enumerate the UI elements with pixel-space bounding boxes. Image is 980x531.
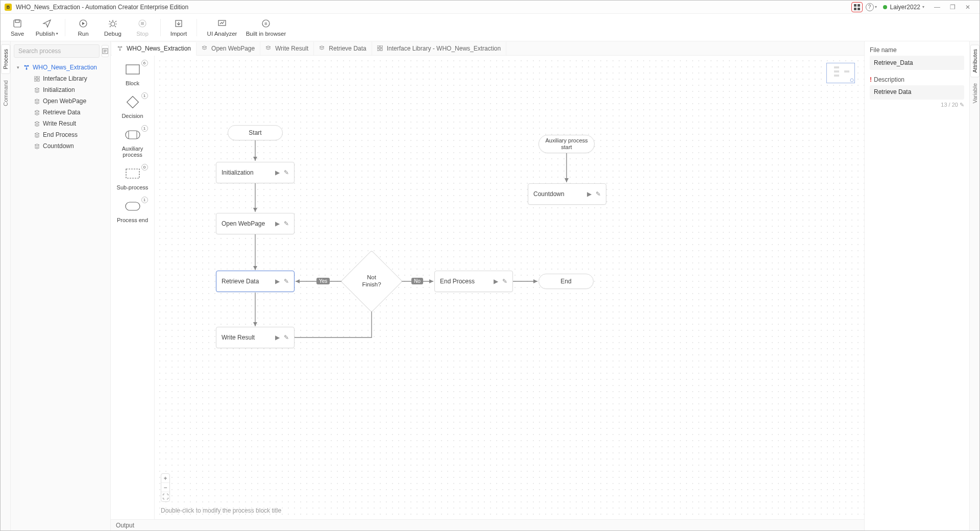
tree-root[interactable]: ▾ WHO_News_Extraction: [11, 62, 110, 73]
browser-icon: B: [261, 19, 271, 28]
side-tab-variable[interactable]: Variable: [971, 79, 979, 108]
zoom-out-button[interactable]: −: [161, 483, 169, 492]
play-icon[interactable]: ▶: [275, 334, 280, 341]
tree-item-initialization[interactable]: Initialization: [11, 84, 110, 95]
tree-item-open-webpage[interactable]: Open WebPage: [11, 95, 110, 107]
palette-sub-process[interactable]: 0 Sub-process: [113, 167, 152, 190]
palette-process-end[interactable]: 1 Process end: [113, 200, 152, 223]
node-decision[interactable]: Not Finish?: [350, 259, 394, 303]
flow-canvas[interactable]: Start Initialization ▶✎ Open WebPage ▶✎: [155, 56, 864, 519]
svg-rect-25: [377, 45, 379, 47]
debug-button[interactable]: Debug: [98, 18, 128, 37]
play-icon[interactable]: ▶: [587, 190, 592, 198]
filename-input[interactable]: [870, 56, 964, 70]
layers-icon: [33, 121, 40, 127]
tab-who-news-extraction[interactable]: WHO_News_Extraction: [112, 42, 197, 56]
tab-retrieve-data[interactable]: Retrieve Data: [314, 42, 372, 55]
publish-icon: [42, 19, 52, 28]
play-icon[interactable]: ▶: [275, 278, 280, 285]
maximize-button[interactable]: ❐: [945, 2, 960, 12]
tab-interface-library[interactable]: Interface Library - WHO_News_Extraction: [372, 42, 506, 55]
edit-icon[interactable]: ✎: [284, 169, 289, 176]
description-input[interactable]: [870, 85, 964, 100]
svg-text:B: B: [264, 21, 267, 26]
svg-rect-3: [857, 8, 860, 10]
publish-button[interactable]: Publish▾: [32, 18, 62, 37]
analyzer-icon: [217, 19, 227, 28]
user-menu[interactable]: Laiyer2022 ▾: [883, 4, 924, 11]
search-input[interactable]: [14, 44, 100, 58]
node-write-result[interactable]: Write Result ▶✎: [216, 327, 295, 348]
layers-icon: [33, 99, 40, 104]
svg-rect-2: [854, 8, 856, 10]
shape-palette: 6 Block 1 Decision 1 Auxil: [111, 56, 155, 519]
layers-icon: [33, 87, 40, 93]
side-tab-attributes[interactable]: Attributes: [970, 44, 979, 77]
node-initialization[interactable]: Initialization ▶✎: [216, 162, 295, 183]
tree-item-countdown[interactable]: Countdown: [11, 140, 110, 152]
svg-rect-5: [15, 20, 19, 22]
import-button[interactable]: Import: [164, 18, 193, 37]
run-button[interactable]: Run: [68, 18, 98, 37]
status-dot-icon: [883, 5, 887, 9]
layers-icon: [33, 110, 40, 115]
node-aux-start[interactable]: Auxiliary process start: [538, 135, 595, 153]
filter-button[interactable]: [102, 45, 109, 57]
chevron-down-icon: ▾: [17, 65, 23, 70]
tree-item-write-result[interactable]: Write Result: [11, 118, 110, 129]
grid-icon: [854, 4, 860, 10]
node-end-process[interactable]: End Process ▶✎: [434, 271, 513, 292]
play-icon[interactable]: ▶: [494, 278, 498, 285]
stop-icon: [138, 19, 147, 28]
node-end[interactable]: End: [538, 274, 594, 289]
block-shape-icon: [126, 64, 140, 75]
zoom-in-button[interactable]: +: [161, 474, 169, 483]
output-panel-header[interactable]: Output: [111, 519, 864, 530]
tab-open-webpage[interactable]: Open WebPage: [197, 42, 260, 55]
minimize-button[interactable]: —: [929, 2, 945, 12]
edit-icon[interactable]: ✎: [284, 220, 289, 227]
user-caret-icon: ▾: [922, 5, 924, 9]
edit-icon[interactable]: ✎: [284, 278, 289, 285]
apps-grid-button[interactable]: [851, 2, 863, 12]
flow-icon: [23, 64, 30, 70]
edit-icon[interactable]: ✎: [596, 190, 601, 198]
palette-decision[interactable]: 1 Decision: [113, 95, 152, 119]
svg-rect-37: [834, 70, 839, 73]
zoom-fit-button[interactable]: ⛶: [161, 492, 169, 501]
svg-rect-4: [14, 20, 21, 27]
play-icon[interactable]: ▶: [275, 220, 280, 227]
svg-point-7: [111, 22, 115, 26]
svg-rect-35: [126, 202, 140, 210]
browser-button[interactable]: B Built in browser: [244, 18, 288, 37]
edit-icon[interactable]: ✎: [284, 334, 289, 341]
side-tab-process[interactable]: Process: [1, 44, 10, 74]
close-button[interactable]: ✕: [960, 2, 975, 12]
minimap[interactable]: [826, 63, 855, 83]
tree-item-end-process[interactable]: End Process: [11, 129, 110, 140]
node-retrieve-data[interactable]: Retrieve Data ▶✎: [216, 271, 295, 292]
node-start[interactable]: Start: [228, 125, 283, 140]
save-button[interactable]: Save: [3, 18, 32, 37]
ui-analyzer-button[interactable]: UI Analyzer: [200, 18, 244, 37]
end-shape-icon: [125, 202, 140, 211]
svg-rect-19: [37, 76, 39, 78]
node-open-webpage[interactable]: Open WebPage ▶✎: [216, 213, 295, 234]
stop-button: Stop: [128, 18, 157, 37]
user-name: Laiyer2022: [890, 4, 920, 11]
tree-item-interface-library[interactable]: Interface Library: [11, 73, 110, 84]
side-tab-command[interactable]: Command: [2, 76, 10, 110]
palette-block[interactable]: 6 Block: [113, 63, 152, 86]
play-icon[interactable]: ▶: [275, 169, 280, 176]
tree-item-retrieve-data[interactable]: Retrieve Data: [11, 107, 110, 118]
tab-write-result[interactable]: Write Result: [260, 42, 314, 55]
help-button[interactable]: ?: [866, 3, 874, 11]
svg-rect-31: [126, 131, 140, 139]
attributes-panel: File name !Description 13 / 20 ✎: [864, 41, 969, 530]
edit-icon[interactable]: ✎: [502, 278, 507, 285]
palette-aux-process[interactable]: 1 Auxiliary process: [113, 128, 152, 158]
svg-rect-9: [141, 22, 144, 25]
filename-label: File name: [870, 46, 964, 54]
node-countdown[interactable]: Countdown ▶✎: [528, 183, 606, 205]
title-bar: B WHO_News_Extraction - Automation Creat…: [1, 1, 979, 14]
